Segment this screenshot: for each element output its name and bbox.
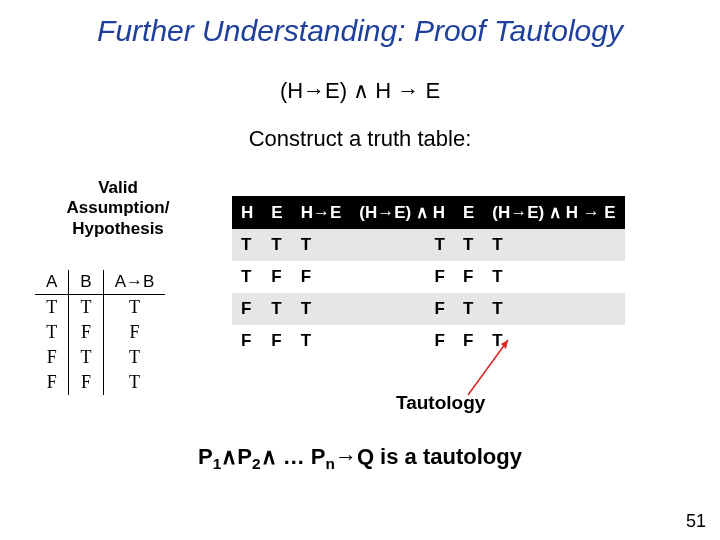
main-formula: (H→E) ∧ H → E (0, 78, 720, 104)
construct-text: Construct a truth table: (0, 126, 720, 152)
col-header: A→B (103, 270, 165, 295)
col-header: E (262, 196, 291, 229)
valid-assumption-label: Valid Assumption/ Hypothesis (48, 178, 188, 239)
col-header: A (35, 270, 69, 295)
table-row: TFF (35, 320, 165, 345)
main-truth-table: H E H→E (H→E) ∧ H E (H→E) ∧ H → E TTTTTT… (232, 196, 625, 357)
page-number: 51 (686, 511, 706, 532)
col-header: H→E (292, 196, 351, 229)
table-row: TFFFFT (232, 261, 625, 293)
slide-title: Further Understanding: Proof Tautology (0, 14, 720, 48)
col-header: (H→E) ∧ H (350, 196, 454, 229)
col-header: E (454, 196, 483, 229)
table-header: H E H→E (H→E) ∧ H E (H→E) ∧ H → E (232, 196, 625, 229)
col-header: B (69, 270, 103, 295)
table-row: FTT (35, 345, 165, 370)
table-row: TTT (35, 295, 165, 321)
table-row: TTTTTT (232, 229, 625, 261)
table-row: FFT (35, 370, 165, 395)
svg-line-0 (468, 340, 508, 395)
table-header: A B A→B (35, 270, 165, 295)
col-header: H (232, 196, 262, 229)
table-row: FFTFFT (232, 325, 625, 357)
col-header: (H→E) ∧ H → E (483, 196, 624, 229)
tautology-label: Tautology (396, 392, 485, 414)
small-truth-table: A B A→B TTT TFF FTT FFT (35, 270, 165, 395)
arrow-icon (468, 340, 528, 400)
table-row: FTTFTT (232, 293, 625, 325)
bottom-statement: P1∧P2∧ … Pn→Q is a tautology (0, 444, 720, 473)
